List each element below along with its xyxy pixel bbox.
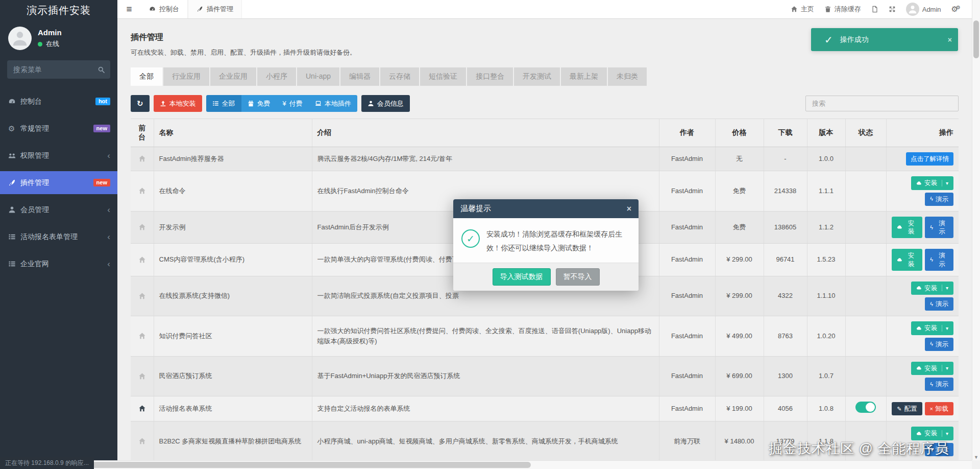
sidebar-item-企业官网[interactable]: 企业官网‹ <box>0 252 117 275</box>
list-icon <box>8 232 20 241</box>
caret-down-icon[interactable]: ▾ <box>942 180 948 186</box>
vertical-scrollbar[interactable]: ▼ <box>972 0 980 460</box>
category-tab-最新上架[interactable]: 最新上架 <box>561 67 607 86</box>
sidebar-item-权限管理[interactable]: 权限管理‹ <box>0 144 117 167</box>
filter-button-免费[interactable]: 免费 <box>241 95 277 112</box>
hamburger-icon[interactable]: ≡ <box>117 0 141 18</box>
demo-button[interactable]: ϟ演示 <box>925 217 953 239</box>
category-tab-短信验证[interactable]: 短信验证 <box>420 67 466 86</box>
install-dropdown-button[interactable]: 安装▾ <box>911 282 953 295</box>
cell-status <box>845 396 886 421</box>
horizontal-scrollbar-thumb[interactable] <box>92 462 531 468</box>
import-testdata-button[interactable]: 导入测试数据 <box>493 268 551 286</box>
column-header-下载: 下载 <box>764 119 807 147</box>
caret-down-icon[interactable]: ▾ <box>942 365 948 371</box>
button-label: 配置 <box>904 405 917 413</box>
demo-button[interactable]: ϟ演示 <box>925 297 953 311</box>
filter-button-本地插件[interactable]: 本地插件 <box>309 95 357 112</box>
sidebar: 演示插件安装 Admin 在线 控制台hot⚙常规管理new权限管理‹插件管理n… <box>0 0 117 469</box>
vertical-scrollbar-thumb[interactable] <box>973 20 979 58</box>
cell-actions: 安装ϟ演示 <box>886 244 959 276</box>
cell-status <box>845 211 886 244</box>
plugin-search-input[interactable] <box>805 96 959 111</box>
users-icon <box>8 151 20 160</box>
filter-button-付费[interactable]: ¥付费 <box>277 95 309 112</box>
docs-button[interactable] <box>871 5 878 13</box>
status-toggle[interactable] <box>855 402 876 413</box>
filter-label: 全部 <box>222 99 235 108</box>
chevron-left-icon: ‹ <box>107 151 110 160</box>
filter-button-全部[interactable]: 全部 <box>206 95 241 112</box>
cell-version: 1.0.8 <box>807 396 845 421</box>
caret-down-icon[interactable]: ▾ <box>942 325 948 332</box>
cell-author: FastAdmin <box>659 244 715 276</box>
clear-cache-button[interactable]: 清除缓存 <box>824 5 861 14</box>
person-icon <box>908 5 917 16</box>
topbar-home-link[interactable]: 主页 <box>791 5 814 14</box>
category-tab-行业应用[interactable]: 行业应用 <box>163 67 209 86</box>
category-tab-小程序[interactable]: 小程序 <box>257 67 296 86</box>
cell-status <box>845 316 886 357</box>
member-info-button[interactable]: 会员信息 <box>361 95 410 112</box>
demo-button[interactable]: ϟ演示 <box>925 249 953 271</box>
horizontal-scrollbar[interactable] <box>0 460 972 469</box>
menu-search-input[interactable] <box>7 60 110 79</box>
sidebar-item-活动报名表单管理[interactable]: 活动报名表单管理‹ <box>0 225 117 248</box>
demo-button[interactable]: ϟ演示 <box>925 378 953 391</box>
frontend-home-icon <box>138 223 146 231</box>
install-dropdown-button[interactable]: 安装▾ <box>911 176 953 190</box>
uninstall-button[interactable]: ×卸载 <box>925 402 953 415</box>
category-tab-编辑器[interactable]: 编辑器 <box>340 67 379 86</box>
user-menu[interactable]: Admin <box>906 3 941 16</box>
scroll-down-arrow-icon[interactable]: ▼ <box>972 455 980 460</box>
settings-cogs-icon[interactable]: ⚙⚙ <box>951 5 961 14</box>
category-tab-企业应用[interactable]: 企业应用 <box>210 67 256 86</box>
home-icon <box>791 5 798 13</box>
category-tab-接口整合[interactable]: 接口整合 <box>467 67 513 86</box>
nav-tab-插件管理[interactable]: 插件管理 <box>188 0 242 18</box>
skip-import-button[interactable]: 暂不导入 <box>556 268 600 286</box>
list-icon <box>212 100 219 107</box>
chevron-left-icon: ‹ <box>107 205 110 214</box>
cell-status <box>845 356 886 396</box>
install-dropdown-button[interactable]: 安装▾ <box>911 362 953 375</box>
sidebar-item-label: 控制台 <box>20 97 95 106</box>
topbar: ≡ 控制台插件管理 主页 清除缓存 Admin ⚙⚙ <box>117 0 972 19</box>
caret-down-icon[interactable]: ▾ <box>942 430 948 437</box>
category-tab-开发测试[interactable]: 开发测试 <box>514 67 560 86</box>
document-icon <box>871 5 878 13</box>
category-tab-Uni-app[interactable]: Uni-app <box>297 67 339 86</box>
nav-tab-label: 控制台 <box>159 5 179 14</box>
demo-button[interactable]: ϟ演示 <box>925 193 953 206</box>
sidebar-item-常规管理[interactable]: ⚙常规管理new <box>0 117 117 140</box>
toolbar: ↻ 本地安装 全部免费¥付费本地插件 会员信息 <box>131 95 959 112</box>
lightning-icon: ϟ <box>930 381 933 388</box>
success-toast: ✓ 操作成功 × <box>811 28 958 51</box>
category-tab-未归类[interactable]: 未归类 <box>608 67 647 86</box>
local-install-button[interactable]: 本地安装 <box>154 95 202 112</box>
fullscreen-button[interactable] <box>889 5 896 13</box>
toast-close-icon[interactable]: × <box>948 36 952 44</box>
install-button[interactable]: 安装 <box>892 249 923 271</box>
install-dropdown-button[interactable]: 安装▾ <box>911 321 953 335</box>
category-tab-云存储[interactable]: 云存储 <box>380 67 419 86</box>
gauge-icon <box>8 97 20 106</box>
detail-button[interactable]: 点击了解详情 <box>906 152 953 166</box>
cell-front <box>131 396 154 421</box>
modal-close-icon[interactable]: × <box>627 204 631 214</box>
sidebar-item-控制台[interactable]: 控制台hot <box>0 90 117 113</box>
install-button[interactable]: 安装 <box>892 217 923 239</box>
sidebar-item-插件管理[interactable]: 插件管理new <box>0 171 117 194</box>
cell-plugin-name: 开发示例 <box>154 211 312 244</box>
sidebar-item-会员管理[interactable]: 会员管理‹ <box>0 198 117 221</box>
nav-tab-控制台[interactable]: 控制台 <box>141 0 188 18</box>
install-dropdown-button[interactable]: 安装▾ <box>911 427 953 440</box>
category-tab-全部[interactable]: 全部 <box>131 67 162 86</box>
cell-front <box>131 316 154 357</box>
demo-button[interactable]: ϟ演示 <box>925 338 953 351</box>
refresh-button[interactable]: ↻ <box>131 95 150 112</box>
caret-down-icon[interactable]: ▾ <box>942 285 948 291</box>
config-button[interactable]: ✎配置 <box>892 402 922 415</box>
refresh-icon: ↻ <box>137 99 143 108</box>
cell-price: ¥ 1480.00 <box>715 421 764 460</box>
